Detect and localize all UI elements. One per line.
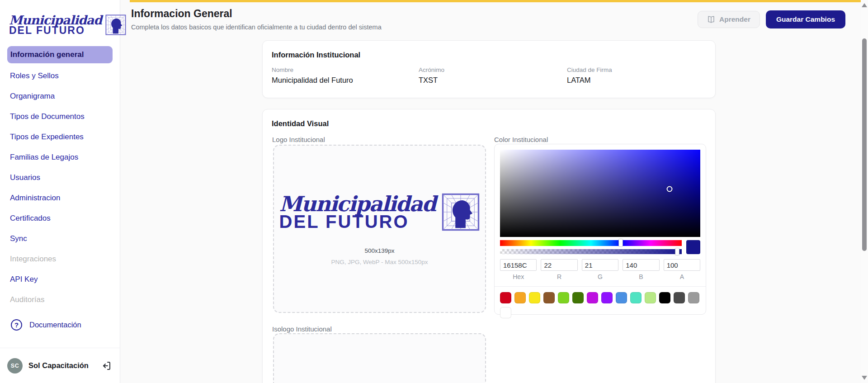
hex-input-label: Hex — [500, 273, 537, 280]
uploaded-logo-image: Municipalidad DEL FUTURO — [274, 193, 485, 231]
hex-input[interactable] — [500, 259, 537, 271]
field-ciudad-firma: Ciudad de Firma LATAM — [567, 66, 612, 85]
field-nombre-value: Municipalidad del Futuro — [272, 76, 353, 85]
vertical-scrollbar[interactable] — [861, 0, 868, 383]
sidebar-item-informacion-general[interactable]: Información general — [7, 46, 113, 63]
header-actions: Aprender Guardar Cambios — [698, 11, 845, 28]
sidebar-item-organigrama[interactable]: Organigrama — [0, 86, 120, 106]
logout-icon[interactable] — [101, 360, 112, 371]
field-ciudad-firma-label: Ciudad de Firma — [567, 66, 612, 73]
current-color-preview — [686, 240, 700, 254]
sidebar-item-auditorias[interactable]: Auditorías — [0, 289, 120, 310]
identity-card-title: Identidad Visual — [272, 119, 329, 128]
preset-swatch[interactable] — [659, 292, 670, 303]
g-input-label: G — [582, 273, 618, 280]
saturation-pointer[interactable] — [667, 186, 673, 192]
uploaded-logo-text: Municipalidad DEL FUTURO — [279, 194, 436, 231]
sidebar-item-familias-de-legajos[interactable]: Familias de Legajos — [0, 147, 120, 167]
b-input-group: B — [623, 259, 659, 280]
sidebar-item-sync[interactable]: Sync — [0, 228, 120, 249]
logo-upload-dropzone[interactable]: Municipalidad DEL FUTURO 500x139px PNG, … — [273, 145, 486, 313]
save-changes-button[interactable]: Guardar Cambios — [766, 10, 845, 28]
r-input-label: R — [541, 273, 577, 280]
app-logo-text: Municipalidad DEL FUTURO — [9, 14, 102, 36]
page-title: Informacion General — [131, 8, 232, 20]
color-picker: Hex R G B A — [494, 144, 706, 315]
preset-swatches — [500, 287, 700, 318]
sidebar-item-administracion[interactable]: Administracion — [0, 188, 120, 208]
preset-swatch[interactable] — [500, 292, 511, 303]
preset-swatch[interactable] — [543, 292, 555, 303]
preset-swatch[interactable] — [616, 292, 627, 303]
slider-column — [500, 240, 682, 254]
logo-format-hint: PNG, JPG, WebP - Max 500x150px — [274, 259, 485, 265]
app-logo-link[interactable]: Municipalidad DEL FUTURO — [9, 11, 111, 39]
g-input[interactable] — [582, 259, 618, 271]
scrollbar-up-arrow[interactable] — [862, 3, 867, 7]
field-acronimo-value: TXST — [419, 76, 444, 85]
isologo-upload-dropzone[interactable] — [273, 333, 486, 383]
sidebar-nav: Información general Roles y Sellos Organ… — [0, 45, 120, 310]
preset-swatch[interactable] — [572, 292, 584, 303]
saturation-black-gradient — [500, 150, 700, 237]
alpha-slider[interactable] — [500, 249, 682, 254]
field-acronimo-label: Acrónimo — [419, 66, 444, 73]
preset-swatch[interactable] — [558, 292, 569, 303]
sidebar-item-tipos-de-expedientes[interactable]: Tipos de Expedientes — [0, 127, 120, 147]
r-input[interactable] — [541, 259, 577, 271]
uploaded-logo-block-text: DEL FUTURO — [279, 213, 436, 231]
saturation-area[interactable] — [500, 150, 700, 237]
preset-swatch[interactable] — [630, 292, 642, 303]
sidebar-item-roles-y-sellos[interactable]: Roles y Sellos — [0, 66, 120, 86]
alpha-slider-handle[interactable] — [675, 248, 679, 255]
learn-button[interactable]: Aprender — [698, 11, 760, 28]
preset-swatch[interactable] — [601, 292, 613, 303]
preset-swatch[interactable] — [587, 292, 598, 303]
a-input-group: A — [664, 259, 700, 280]
user-name: Sol Capacitación — [28, 361, 89, 370]
sidebar-item-certificados[interactable]: Certificados — [0, 208, 120, 228]
user-profile: SC Sol Capacitación — [0, 348, 120, 383]
logo-mark-icon — [105, 14, 126, 35]
preset-swatch[interactable] — [529, 292, 540, 303]
documentation-link[interactable]: ? Documentación — [11, 319, 81, 331]
color-inputs-row: Hex R G B A — [500, 259, 700, 280]
hue-slider-handle[interactable] — [619, 239, 623, 246]
sidebar-item-integraciones[interactable]: Integraciones — [0, 249, 120, 269]
alpha-gradient — [500, 249, 682, 254]
r-input-group: R — [541, 259, 577, 280]
logo-upload-label: Logo Institucional — [272, 136, 325, 143]
hex-input-group: Hex — [500, 259, 537, 280]
preset-swatch[interactable] — [500, 307, 511, 318]
a-input-label: A — [664, 273, 700, 280]
hue-slider[interactable] — [500, 240, 682, 246]
scrollbar-thumb[interactable] — [862, 38, 867, 251]
uploaded-logo-mark-icon — [442, 193, 480, 231]
main-content: Informacion General Completa los datos b… — [120, 0, 868, 383]
sidebar-item-api-key[interactable]: API Key — [0, 269, 120, 289]
sidebar-item-usuarios[interactable]: Usuarios — [0, 167, 120, 188]
documentation-label: Documentación — [29, 321, 81, 329]
b-input-label: B — [623, 273, 659, 280]
book-icon — [707, 15, 715, 24]
field-acronimo: Acrónimo TXST — [419, 66, 444, 85]
b-input[interactable] — [623, 259, 659, 271]
a-input[interactable] — [664, 259, 700, 271]
institutional-info-card: Información Institucional Nombre Municip… — [262, 40, 716, 98]
field-ciudad-firma-value: LATAM — [567, 76, 612, 85]
field-nombre: Nombre Municipalidad del Futuro — [272, 66, 353, 85]
learn-button-label: Aprender — [719, 15, 750, 24]
preset-swatch[interactable] — [645, 292, 656, 303]
visual-identity-card: Identidad Visual Logo Institucional Muni… — [262, 109, 716, 383]
logo-block-text: DEL FUTURO — [9, 25, 102, 36]
isologo-upload-label: Isologo Institucional — [272, 325, 332, 333]
g-input-group: G — [582, 259, 618, 280]
color-picker-label: Color Institucional — [494, 136, 548, 143]
field-nombre-label: Nombre — [272, 66, 353, 73]
preset-swatch[interactable] — [674, 292, 685, 303]
sidebar: Municipalidad DEL FUTURO Información gen… — [0, 0, 120, 383]
sidebar-item-tipos-de-documentos[interactable]: Tipos de Documentos — [0, 106, 120, 127]
preset-swatch[interactable] — [514, 292, 526, 303]
scrollbar-down-arrow[interactable] — [862, 376, 867, 380]
preset-swatch[interactable] — [688, 292, 699, 303]
